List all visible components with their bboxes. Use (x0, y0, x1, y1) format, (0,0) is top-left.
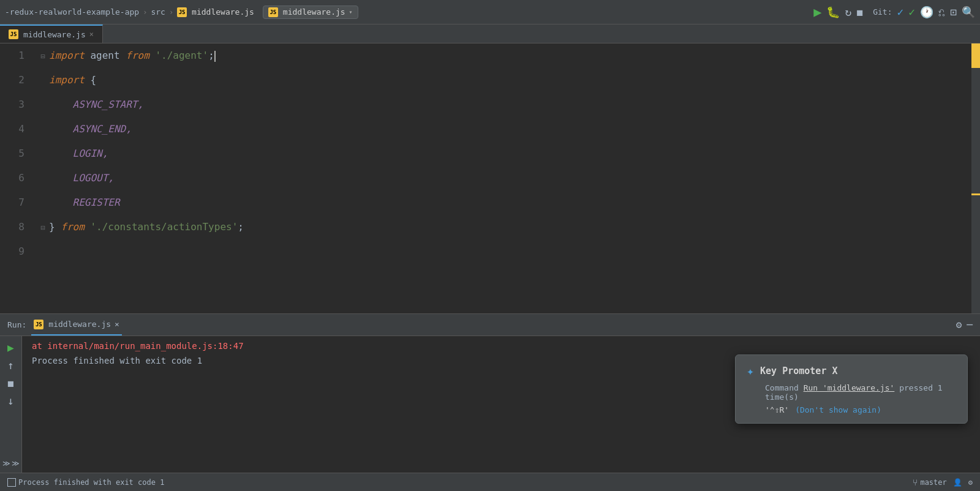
status-square-icon (7, 478, 16, 487)
scrollbar-marker-line (971, 193, 980, 195)
code-content: } from './constants/actionTypes'; (49, 215, 971, 239)
line-number: 4 (0, 117, 37, 141)
code-content: REGISTER (49, 190, 971, 215)
tab-bar: JS middleware.js × (0, 24, 980, 43)
panel-output: at internal/main/run_main_module.js:18:4… (22, 336, 980, 473)
error-output-line: at internal/main/run_main_module.js:18:4… (32, 341, 970, 351)
file-dropdown[interactable]: JS middleware.js ▾ (263, 6, 358, 19)
breadcrumb-project[interactable]: -redux-realworld-example-app (5, 7, 139, 17)
code-line: 1 ⊟ import agent from './agent'; (0, 43, 971, 68)
editor-area: 1 ⊟ import agent from './agent'; 2 impor… (0, 43, 980, 313)
line-number: 7 (0, 190, 37, 215)
rollback-icon[interactable]: ⎌ (938, 6, 945, 18)
diff-icon[interactable]: ⊡ (950, 6, 957, 18)
arrows-left: ≫ (2, 459, 10, 468)
kp-command: Command Run 'middleware.js' pressed 1 ti… (765, 383, 956, 402)
git-label: Git: (873, 7, 892, 17)
key-promoter-popup: ✦ Key Promoter X Command Run 'middleware… (735, 354, 968, 424)
editor-scrollbar[interactable] (971, 43, 980, 313)
kp-icon: ✦ (747, 364, 754, 378)
tab-middleware[interactable]: JS middleware.js × (0, 24, 103, 43)
kp-command-text: Command Run 'middleware.js' pressed 1 ti… (765, 383, 943, 402)
code-container: 1 ⊟ import agent from './agent'; 2 impor… (0, 43, 971, 264)
status-left: Process finished with exit code 1 (7, 478, 164, 487)
kp-dont-show[interactable]: (Don't show again) (795, 405, 881, 414)
js-file-icon: JS (177, 7, 187, 17)
git-check-green-icon[interactable]: ✓ (908, 6, 915, 18)
kp-title: Key Promoter X (760, 365, 837, 377)
panel-scroll-down-icon[interactable]: ↓ (7, 394, 14, 407)
dropdown-js-icon: JS (268, 7, 278, 17)
debug-button[interactable]: 🐛 (826, 6, 840, 18)
code-line: 2 import { (0, 68, 971, 92)
panel-tab-js-icon: JS (34, 320, 43, 329)
line-number: 2 (0, 68, 37, 92)
line-number: 5 (0, 141, 37, 166)
settings-status-icon: ⚙ (968, 478, 973, 487)
panel-content: ▶ ↑ ◼ ↓ ≫ ≫ at internal/main/run_main_mo… (0, 336, 980, 473)
panel-run-label: Run: (7, 320, 26, 329)
panel-tab-label: middleware.js (48, 320, 111, 329)
code-line: 7 REGISTER (0, 190, 971, 215)
panel-run-button[interactable]: ▶ (7, 341, 14, 354)
code-content: LOGOUT, (49, 166, 971, 190)
breadcrumb-sep-2: › (169, 8, 173, 17)
code-line: 9 (0, 239, 971, 264)
bottom-panel: Run: JS middleware.js × ⚙ ─ ▶ ↑ ◼ ↓ ≫ ≫ … (0, 313, 980, 473)
breadcrumb-file[interactable]: middleware.js (192, 7, 254, 17)
tab-close-icon[interactable]: × (89, 30, 94, 39)
fold-icon[interactable]: ⊟ (37, 216, 49, 240)
panel-stop-button[interactable]: ◼ (7, 377, 14, 389)
error-text: at internal/main/run_main_module.js:18:4… (32, 341, 244, 351)
branch-name: master (920, 478, 946, 487)
branch-icon: ⑂ (913, 478, 918, 487)
search-icon[interactable]: 🔍 (962, 6, 975, 18)
arrows-right: ≫ (12, 459, 20, 468)
status-bar: Process finished with exit code 1 ⑂ mast… (0, 473, 980, 491)
panel-left-actions: ▶ ↑ ◼ ↓ ≫ ≫ (0, 336, 22, 473)
breadcrumb-src[interactable]: src (151, 7, 165, 17)
kp-shortcut-key: '⌃⇧R' (765, 405, 789, 414)
kp-header: ✦ Key Promoter X (747, 364, 956, 378)
code-line: 8 ⊟ } from './constants/actionTypes'; (0, 215, 971, 239)
code-line: 4 ASYNC_END, (0, 117, 971, 141)
chevron-down-icon: ▾ (349, 9, 353, 15)
line-number: 1 (0, 43, 37, 68)
code-content: import { (49, 68, 971, 92)
toolbar-actions: ▶ 🐛 ↻ ◼ Git: ✓ ✓ 🕐 ⎌ ⊡ 🔍 (813, 4, 975, 20)
git-check-blue-icon[interactable]: ✓ (897, 6, 903, 18)
breadcrumb-sep-1: › (143, 8, 147, 17)
editor-main[interactable]: 1 ⊟ import agent from './agent'; 2 impor… (0, 43, 971, 313)
kp-shortcut: '⌃⇧R' (Don't show again) (765, 405, 956, 414)
settings-icon[interactable]: ⚙ (956, 319, 962, 331)
minimize-icon[interactable]: ─ (967, 319, 973, 331)
line-number: 9 (0, 239, 37, 264)
scrollbar-marker-yellow (971, 43, 980, 68)
panel-scroll-up-icon[interactable]: ↑ (7, 359, 14, 372)
code-content: LOGIN, (49, 141, 971, 166)
fold-icon[interactable]: ⊟ (37, 44, 49, 69)
panel-tab-middleware[interactable]: JS middleware.js × (31, 314, 122, 335)
panel-header: Run: JS middleware.js × ⚙ ─ (0, 314, 980, 336)
exit-code-text: Process finished with exit code 1 (32, 356, 202, 365)
kp-body: Command Run 'middleware.js' pressed 1 ti… (747, 383, 956, 414)
line-number: 6 (0, 166, 37, 190)
history-icon[interactable]: 🕐 (920, 6, 933, 18)
toolbar: -redux-realworld-example-app › src › JS … (0, 0, 980, 24)
status-message: Process finished with exit code 1 (18, 478, 164, 487)
run-button[interactable]: ▶ (813, 4, 821, 20)
dropdown-label: middleware.js (283, 7, 345, 17)
tab-js-icon: JS (9, 29, 18, 39)
code-line: 5 LOGIN, (0, 141, 971, 166)
code-line: 6 LOGOUT, (0, 166, 971, 190)
line-number: 8 (0, 215, 37, 239)
panel-tab-close-icon[interactable]: × (115, 320, 119, 329)
status-right: ⑂ master 👤 ⚙ (913, 478, 973, 487)
stop-button[interactable]: ◼ (856, 6, 863, 18)
reload-button[interactable]: ↻ (845, 6, 851, 18)
code-content: ASYNC_START, (49, 92, 971, 117)
tab-label: middleware.js (23, 30, 86, 39)
code-line: 3 ASYNC_START, (0, 92, 971, 117)
user-icon: 👤 (953, 478, 962, 487)
status-branch[interactable]: ⑂ master (913, 478, 946, 487)
